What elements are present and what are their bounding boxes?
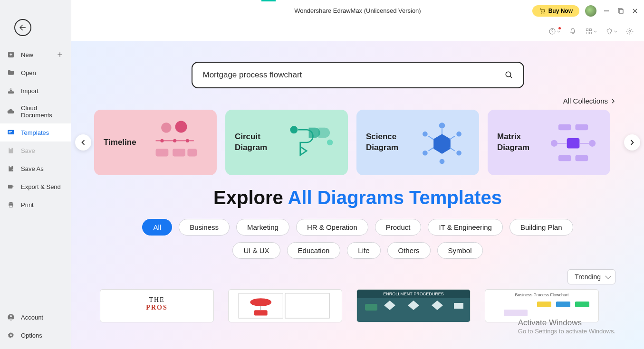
category-pill-product[interactable]: Product <box>375 219 422 236</box>
svg-rect-2 <box>8 130 14 134</box>
svg-rect-3 <box>9 131 12 132</box>
help-icon[interactable] <box>548 28 560 35</box>
content: All Collections Timeline Circuit Diagr <box>71 41 644 349</box>
circuit-illustration <box>283 119 338 166</box>
sidebar-item-open[interactable]: Open <box>0 64 71 82</box>
cloud-icon <box>7 107 15 116</box>
carousel-prev-button[interactable] <box>75 134 91 151</box>
maximize-button[interactable] <box>616 7 625 15</box>
category-pill-life[interactable]: Life <box>347 242 380 259</box>
svg-rect-64 <box>504 310 528 316</box>
collection-card-timeline[interactable]: Timeline <box>94 110 217 175</box>
category-pill-all[interactable]: All <box>142 219 172 236</box>
all-collections-link[interactable]: All Collections <box>563 97 615 105</box>
sidebar-item-options[interactable]: Options <box>0 326 71 344</box>
collection-card-matrix[interactable]: Matrix Diagram <box>488 110 610 175</box>
gear-icon <box>7 331 15 340</box>
svg-rect-45 <box>558 124 571 130</box>
sidebar-item-save[interactable]: Save <box>0 141 71 160</box>
category-pill-marketing[interactable]: Marketing <box>236 219 289 236</box>
close-button[interactable] <box>631 7 639 15</box>
search-input[interactable] <box>192 63 495 87</box>
svg-rect-62 <box>556 302 570 307</box>
svg-point-39 <box>439 123 445 128</box>
settings-icon[interactable] <box>626 28 634 35</box>
sidebar-item-label: Print <box>21 201 34 208</box>
svg-point-20 <box>552 33 552 33</box>
sidebar-item-cloud[interactable]: Cloud Documents <box>0 100 71 123</box>
svg-point-44 <box>423 132 428 137</box>
sidebar-item-import[interactable]: Import <box>0 82 71 100</box>
svg-rect-55 <box>254 310 268 315</box>
svg-rect-10 <box>10 205 13 207</box>
apps-icon[interactable] <box>585 28 597 35</box>
category-pill-others[interactable]: Others <box>387 242 431 259</box>
sidebar-item-account[interactable]: Account <box>0 308 71 326</box>
svg-rect-4 <box>9 132 10 133</box>
svg-point-41 <box>456 151 461 156</box>
avatar[interactable] <box>585 5 596 17</box>
save-icon <box>7 146 15 155</box>
sidebar-item-label: Export & Send <box>21 183 61 190</box>
svg-rect-61 <box>537 302 551 307</box>
svg-rect-24 <box>589 32 591 34</box>
export-icon <box>7 182 15 191</box>
sidebar-item-saveas[interactable]: Save As <box>0 160 71 178</box>
chevron-right-icon <box>629 140 635 145</box>
search-button[interactable] <box>495 63 523 87</box>
svg-rect-46 <box>575 124 588 130</box>
search-icon <box>505 71 513 79</box>
category-pill-business[interactable]: Business <box>179 219 230 236</box>
sort-select[interactable]: Trending <box>567 269 615 284</box>
svg-rect-18 <box>619 9 623 13</box>
template-card[interactable] <box>228 289 342 322</box>
collection-card-science[interactable]: Science Diagram <box>356 110 479 175</box>
cart-icon <box>539 8 546 14</box>
theme-icon[interactable] <box>606 28 617 35</box>
svg-rect-63 <box>575 302 589 307</box>
sidebar-item-label: Options <box>21 332 42 339</box>
template-card[interactable]: THE PROS <box>100 289 214 322</box>
svg-rect-47 <box>567 138 580 148</box>
chevron-right-icon <box>611 99 615 104</box>
svg-point-37 <box>327 140 333 145</box>
svg-point-32 <box>185 139 189 142</box>
carousel-next-button[interactable] <box>624 134 640 151</box>
svg-point-16 <box>543 13 544 14</box>
collection-card-circuit[interactable]: Circuit Diagram <box>225 110 348 175</box>
arrow-left-icon <box>19 23 27 32</box>
save-as-icon <box>7 164 15 173</box>
print-icon <box>7 200 15 209</box>
template-card[interactable]: Business Process Flowchart <box>485 289 599 322</box>
category-pill-education[interactable]: Education <box>287 242 341 259</box>
minimize-button[interactable] <box>602 7 611 15</box>
sidebar: New Open Import Cloud Documents Template… <box>0 0 71 349</box>
svg-point-14 <box>10 334 12 336</box>
sidebar-item-new[interactable]: New <box>0 46 71 64</box>
svg-rect-51 <box>575 155 588 161</box>
sidebar-item-export[interactable]: Export & Send <box>0 178 71 196</box>
svg-point-26 <box>506 72 511 77</box>
svg-marker-57 <box>384 301 395 310</box>
category-pill-it[interactable]: IT & Engineering <box>428 219 502 236</box>
buy-now-button[interactable]: Buy Now <box>532 5 579 17</box>
sidebar-item-label: Save <box>21 147 35 154</box>
back-button[interactable] <box>14 19 31 36</box>
sidebar-item-label: Cloud Documents <box>21 104 64 119</box>
svg-rect-1 <box>8 91 14 94</box>
template-card[interactable]: ENROLLMENT PROCEDURES <box>356 289 471 322</box>
category-pill-hr[interactable]: HR & Operation <box>296 219 368 236</box>
category-pill-building[interactable]: Building Plan <box>509 219 573 236</box>
svg-point-40 <box>456 132 461 137</box>
svg-rect-23 <box>586 32 588 34</box>
timeline-illustration <box>142 119 207 166</box>
bell-icon[interactable] <box>569 28 577 35</box>
category-pill-ui[interactable]: UI & UX <box>232 242 280 259</box>
main: Wondershare EdrawMax (Unlicensed Version… <box>71 0 644 349</box>
svg-rect-50 <box>558 155 571 161</box>
svg-point-42 <box>440 159 445 164</box>
sidebar-item-templates[interactable]: Templates <box>0 123 71 141</box>
sidebar-item-print[interactable]: Print <box>0 196 71 214</box>
plus-icon[interactable] <box>56 50 64 59</box>
category-pill-symbol[interactable]: Symbol <box>437 242 483 259</box>
